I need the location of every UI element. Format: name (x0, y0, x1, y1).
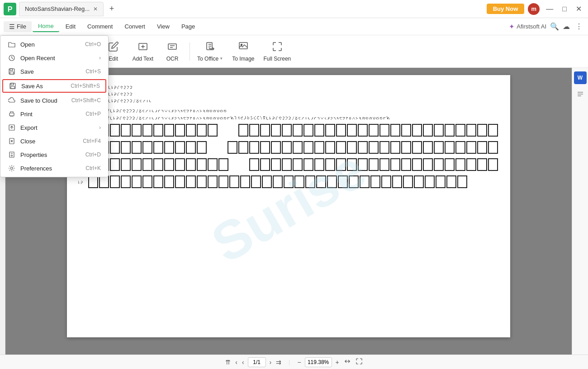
fit-width-button[interactable] (343, 358, 352, 366)
menu-item-file[interactable]: ☰ File (4, 21, 32, 32)
save-icon (8, 68, 16, 75)
export-icon (8, 124, 16, 131)
svg-rect-12 (9, 113, 14, 116)
print-shortcut: Ctrl+P (85, 111, 101, 117)
save-label: Save (20, 68, 34, 75)
open-icon (8, 41, 16, 48)
fullscreen-status-button[interactable] (355, 358, 364, 366)
menu-item-home[interactable]: Home (33, 21, 59, 32)
to-image-tool-button[interactable]: To Image (228, 38, 258, 65)
char-block-row-4: 𐑛𐑜 (function() { var row = document.quer… (78, 175, 499, 189)
right-panel-list-icon[interactable] (574, 88, 587, 100)
save-cloud-label: Save to Cloud (20, 97, 57, 104)
file-menu-close[interactable]: Close Ctrl+F4 (0, 134, 108, 148)
close-file-icon (8, 137, 16, 145)
nav-prev-button[interactable]: ‹ (234, 359, 238, 366)
menu-item-comment[interactable]: Comment (82, 21, 118, 32)
ocr-tool-label: OCR (166, 56, 179, 62)
search-button[interactable]: 🔍 (550, 22, 559, 31)
pdf-text-row-3: 𐑐𐑑𐑒𐑓𐑔𐑕𐑖𐑗𐑘𐑙𐑚𐑛𐑜𐑝𐑞𐑟𐑠𐑡𐑢𐑣𐑤𐑥𐑦𐑧 (78, 98, 499, 104)
ocr-icon (167, 41, 178, 55)
zoom-out-button[interactable]: − (296, 359, 302, 366)
zoom-in-button[interactable]: + (335, 359, 340, 366)
menu-bar: ☰ File Home Edit Comment Convert View Pa… (0, 18, 588, 35)
nav-last-button[interactable]: ⇉ (275, 359, 282, 366)
file-menu-save[interactable]: Save Ctrl+S (0, 65, 108, 78)
char-block-row-2: 𐑛𐑜 (function() { var row = document.quer… (78, 141, 499, 154)
to-office-tool-label: To Office (197, 56, 218, 62)
to-office-tool-button[interactable]: To Office ▼ (194, 38, 227, 65)
close-label: Close (20, 138, 35, 145)
char-block-row-1: 𐑛𐑜 (function() { var row = document.quer… (78, 123, 499, 137)
to-image-tool-label: To Image (232, 56, 254, 62)
save-cloud-shortcut: Ctrl+Shift+C (71, 97, 101, 104)
new-tab-button[interactable]: + (105, 3, 118, 15)
add-text-tool-label: Add Text (133, 56, 153, 62)
add-text-tool-button[interactable]: Add Text (129, 38, 157, 65)
file-menu-print[interactable]: Print Ctrl+P (0, 107, 108, 121)
full-screen-tool-button[interactable]: Full Screen (260, 38, 295, 65)
open-recent-arrow: › (99, 55, 101, 61)
preferences-label: Preferences (20, 165, 52, 172)
ai-button[interactable]: ✦ Afirstsoft AI (509, 23, 546, 31)
file-menu-save-as[interactable]: Save As Ctrl+Shift+S (2, 79, 106, 93)
save-as-shortcut: Ctrl+Shift+S (71, 83, 100, 89)
maximize-button[interactable]: □ (560, 5, 569, 13)
file-menu-preferences[interactable]: Preferences Ctrl+K (0, 161, 108, 175)
pdf-medium-row-2: 𐑐𐑑𐑒𐑓𐑔𐑕𐑖𐑗𐑘𐑙𐑚𐑛𐑜𐑝𐑞𐑟𐑠𐑡𐑢𐑣𐑤𐑥𐑦𐑧𐑨𐑩𐑪𐑫𐑬𐑭𐑮𐑯𐑰𐑱𐑲𐑳𐑴𐑵𐑶𐑷… (78, 114, 499, 121)
nav-prev2-button[interactable]: ‹ (241, 359, 245, 366)
file-menu-properties[interactable]: Properties Ctrl+D (0, 148, 108, 161)
nav-first-button[interactable]: ⇈ (224, 359, 232, 366)
file-menu-open[interactable]: Open Ctrl+O (0, 38, 108, 51)
edit-tool-label: Edit (109, 56, 118, 62)
export-label: Export (20, 124, 38, 131)
file-menu-open-recent[interactable]: Open Recent › (0, 51, 108, 65)
pdf-text-row-2: 𐑐𐑑𐑒𐑓𐑔𐑕𐑖𐑗𐑘𐑙𐑚𐑛𐑜𐑝𐑞𐑟𐑠𐑡 (78, 91, 499, 97)
word-icon[interactable]: W (574, 71, 587, 84)
save-as-icon (9, 82, 17, 90)
cloud-upload-icon[interactable]: ☁ (563, 22, 570, 31)
properties-icon (8, 151, 16, 158)
svg-rect-9 (10, 69, 13, 71)
svg-point-17 (11, 167, 13, 170)
properties-label: Properties (20, 151, 47, 158)
page-input[interactable]: 1/1 (248, 357, 266, 367)
zoom-level-input[interactable]: 119.38% (305, 357, 332, 367)
tab-title: NotoSansShavian-Reg... (25, 5, 90, 12)
window-close-button[interactable]: ✕ (573, 5, 584, 13)
menu-item-view[interactable]: View (152, 21, 175, 32)
ai-label: Afirstsoft AI (517, 23, 546, 30)
save-shortcut: Ctrl+S (85, 68, 101, 75)
document-tab[interactable]: NotoSansShavian-Reg... ✕ (19, 2, 104, 16)
pdf-medium-row-1: 𐑐𐑑𐑒𐑓𐑔𐑕𐑖𐑗𐑘𐑙𐑚𐑛𐑜𐑝𐑞𐑟𐑠𐑡𐑢𐑣𐑤𐑥𐑦𐑧𐑨𐑩𐑪𐑫𐑬𐑭𐑮𐑯𐑰𐑱𐑲𐑳𐑴𐑵𐑶𐑷… (78, 107, 499, 114)
menu-item-edit[interactable]: Edit (60, 21, 81, 32)
pdf-text-row-1: 𐑐𐑑𐑒𐑓𐑔𐑕𐑖𐑗𐑘𐑙𐑚𐑛𐑜𐑝𐑞𐑟𐑠𐑡 (78, 84, 499, 90)
minimize-button[interactable]: — (543, 5, 556, 13)
file-menu-export[interactable]: Export › (0, 121, 108, 134)
status-bar-center: ⇈ ‹ ‹ 1/1 › ⇉ | − 119.38% + (9, 357, 579, 367)
menu-extra-icon[interactable]: ⋮ (574, 22, 584, 31)
char-block-row-3: 𐑛𐑜 (function() { var row = document.quer… (78, 158, 499, 171)
svg-point-6 (241, 44, 242, 45)
tab-close-button[interactable]: ✕ (93, 6, 98, 12)
ocr-tool-button[interactable]: OCR (159, 38, 186, 65)
ai-star-icon: ✦ (509, 23, 515, 31)
add-text-icon (138, 41, 148, 55)
file-menu-save-to-cloud[interactable]: Save to Cloud Ctrl+Shift+C (0, 94, 108, 107)
open-recent-icon (8, 54, 16, 62)
to-image-icon (238, 41, 249, 55)
open-shortcut: Ctrl+O (85, 41, 101, 47)
pdf-page: Surise 𐑐𐑑𐑒𐑓𐑔𐑕𐑖𐑗𐑘𐑙𐑚𐑛𐑜𐑝𐑞𐑟𐑠𐑡 𐑐𐑑𐑒𐑓𐑔𐑕𐑖𐑗𐑘𐑙𐑚𐑛𐑜𐑝… (67, 75, 510, 337)
app-icon: P (4, 3, 16, 15)
buy-now-button[interactable]: Buy Now (487, 4, 525, 14)
nav-next-button[interactable]: › (269, 359, 273, 366)
menu-item-convert[interactable]: Convert (119, 21, 151, 32)
avatar[interactable]: m (528, 3, 540, 15)
full-screen-icon (272, 41, 283, 55)
title-bar: P NotoSansShavian-Reg... ✕ + Buy Now m —… (0, 0, 588, 18)
title-bar-right: Buy Now m — □ ✕ (487, 3, 584, 15)
file-menu-label: File (17, 23, 26, 30)
svg-rect-3 (168, 44, 176, 49)
menu-item-page[interactable]: Page (176, 21, 200, 32)
to-office-dropdown-arrow: ▼ (219, 57, 223, 61)
